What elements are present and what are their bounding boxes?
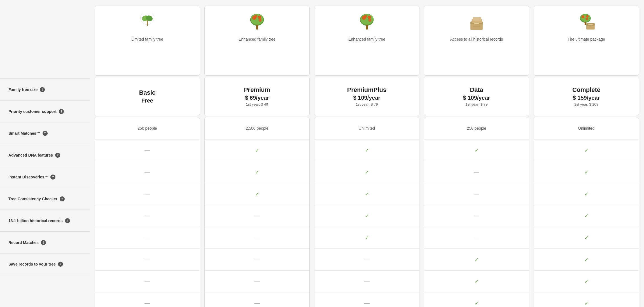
plan-pricing-premiumplus: PremiumPlus $ 109/year1st year: $ 79	[314, 77, 419, 116]
check-icon: ✓	[584, 257, 589, 263]
plan-icon-data	[467, 11, 486, 34]
dash-icon: —	[254, 278, 260, 285]
plan-cell-premiumplus-priority-support: ✓	[314, 139, 419, 161]
svg-point-28	[586, 15, 589, 18]
check-icon: ✓	[365, 191, 369, 197]
plan-tagline-basic: Limited family tree	[131, 37, 163, 42]
plan-features-premiumplus: Unlimited✓✓✓✓✓———	[314, 117, 419, 307]
check-icon: ✓	[365, 235, 369, 241]
svg-rect-17	[366, 25, 368, 30]
plan-tagline-data: Access to all historical records	[450, 37, 503, 42]
dash-icon: —	[254, 234, 260, 241]
plan-cell-basic-family-tree-size: 250 people	[95, 117, 200, 139]
plan-price-premium: $ 69/year	[245, 95, 269, 101]
plan-tagline-premiumplus: Enhanced family tree	[348, 37, 385, 42]
plan-cell-complete-historical-records: ✓	[534, 248, 639, 270]
svg-point-8	[254, 15, 257, 18]
plan-cell-complete-smart-matches: ✓	[534, 161, 639, 183]
plan-cell-complete-tree-consistency: ✓	[534, 227, 639, 248]
plan-column-complete: The ultimate package Complete $ 159/year…	[534, 6, 639, 307]
plan-icon-basic	[137, 11, 157, 34]
plan-column-premium: Enhanced family tree Premium $ 69/year1s…	[204, 6, 310, 307]
feature-label-save-records: Save records to your tree	[8, 262, 56, 266]
help-icon-record-matches[interactable]: ?	[41, 240, 46, 245]
plan-column-premiumplus: Enhanced family tree PremiumPlus $ 109/y…	[314, 6, 419, 307]
plan-features-premium: 2,500 people✓✓✓—————	[204, 117, 310, 307]
plan-cell-data-family-tree-size: 250 people	[424, 117, 529, 139]
svg-point-5	[251, 14, 263, 25]
plan-cell-premiumplus-tree-consistency: ✓	[314, 227, 419, 248]
plan-column-basic: Limited family tree Basic Free250 people…	[95, 6, 200, 307]
plan-first-year-premium: 1st year: $ 49	[246, 102, 268, 106]
svg-point-12	[360, 14, 373, 25]
check-icon: ✓	[584, 235, 589, 241]
feature-row-record-matches: Record Matches ?	[0, 231, 90, 253]
svg-point-9	[258, 19, 262, 22]
feature-row-smart-matches: Smart Matches™ ?	[0, 122, 90, 144]
feature-label-historical-records: 13.1 billion historical records	[8, 218, 63, 223]
dash-icon: —	[144, 256, 150, 263]
plan-features-basic: 250 people————————	[95, 117, 200, 307]
plan-cell-data-instant-discoveries: —	[424, 205, 529, 227]
plan-cell-complete-priority-support: ✓	[534, 139, 639, 161]
plan-tagline-complete: The ultimate package	[568, 37, 605, 42]
help-icon-advanced-dna[interactable]: ?	[55, 153, 60, 158]
plan-cell-data-advanced-dna: —	[424, 183, 529, 205]
plan-first-year-premiumplus: 1st year: $ 79	[356, 102, 378, 106]
dash-icon: —	[254, 256, 260, 263]
plan-header-complete: The ultimate package	[534, 6, 639, 76]
dash-icon: —	[144, 191, 150, 197]
plan-icon-complete	[577, 11, 596, 34]
svg-point-16	[368, 19, 371, 22]
plan-cell-basic-instant-discoveries: —	[95, 205, 200, 227]
check-icon: ✓	[365, 169, 369, 175]
plan-icon-premium	[247, 11, 267, 34]
help-icon-instant-discoveries[interactable]: ?	[50, 175, 55, 180]
check-icon: ✓	[584, 169, 589, 175]
check-icon: ✓	[584, 278, 589, 285]
plan-icon-premiumplus	[357, 11, 377, 34]
check-icon: ✓	[255, 191, 259, 197]
feature-row-family-tree-size: Family tree size ?	[0, 78, 90, 100]
plan-header-basic: Limited family tree	[95, 6, 200, 76]
feature-label-instant-discoveries: Instant Discoveries™	[8, 175, 48, 179]
feature-label-family-tree-size: Family tree size	[8, 87, 38, 92]
plan-header-premiumplus: Enhanced family tree	[314, 6, 419, 76]
check-icon: ✓	[584, 147, 589, 154]
plan-name-premium: Premium	[244, 86, 270, 94]
plan-column-data: Access to all historical records Data $ …	[424, 6, 529, 307]
plan-cell-data-smart-matches: —	[424, 161, 529, 183]
plan-cell-data-record-matches: ✓	[424, 270, 529, 292]
plan-cell-basic-historical-records: —	[95, 248, 200, 270]
plan-cell-data-priority-support: ✓	[424, 139, 529, 161]
dash-icon: —	[144, 278, 150, 285]
help-icon-historical-records[interactable]: ?	[65, 218, 70, 223]
plan-price-data: $ 109/year	[463, 95, 490, 101]
check-icon: ✓	[365, 147, 369, 154]
plan-name-basic: Basic	[139, 89, 156, 96]
help-icon-priority-support[interactable]: ?	[59, 109, 64, 114]
help-icon-smart-matches[interactable]: ?	[43, 131, 48, 136]
plan-first-year-data: 1st year: $ 79	[466, 102, 488, 106]
feature-label-tree-consistency: Tree Consistency Checker	[8, 197, 57, 201]
help-icon-save-records[interactable]: ?	[58, 262, 63, 267]
plan-price-basic: Free	[141, 97, 153, 104]
feature-label-advanced-dna: Advanced DNA features	[8, 153, 53, 157]
plan-cell-premium-tree-consistency: —	[205, 227, 309, 248]
plan-cell-premiumplus-save-records: —	[314, 292, 419, 307]
plan-cell-complete-save-records: ✓	[534, 292, 639, 307]
plan-name-complete: Complete	[572, 86, 600, 94]
plan-cell-premium-priority-support: ✓	[205, 139, 309, 161]
svg-point-15	[364, 15, 367, 18]
check-icon: ✓	[475, 147, 479, 154]
help-icon-tree-consistency[interactable]: ?	[60, 196, 65, 201]
plan-pricing-basic: Basic Free	[95, 77, 200, 116]
cell-text: 2,500 people	[246, 126, 269, 131]
help-icon-family-tree-size[interactable]: ?	[40, 87, 45, 92]
svg-rect-21	[473, 17, 481, 21]
plan-cell-premiumplus-record-matches: —	[314, 270, 419, 292]
dash-icon: —	[474, 213, 479, 219]
feature-row-priority-support: Priority customer support ?	[0, 100, 90, 122]
dash-icon: —	[254, 213, 260, 219]
plan-cell-premium-save-records: —	[205, 292, 309, 307]
